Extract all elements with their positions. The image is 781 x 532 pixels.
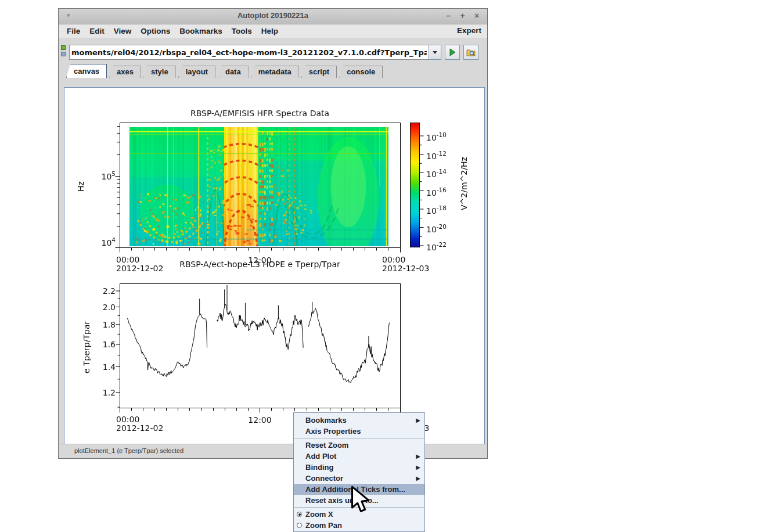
content-area: RBSP-A/EMFISIS HFR Spectra Data Hz 10510…	[59, 78, 487, 444]
menu-item-label: Add Plot	[305, 452, 336, 461]
menu-item-label: Reset Zoom	[305, 441, 348, 450]
menu-separator	[294, 438, 424, 438]
tab-canvas[interactable]: canvas	[66, 64, 107, 78]
menu-bar: FileEditViewOptionsBookmarksToolsHelp Ex…	[59, 24, 487, 38]
menu-item-reset-axis-units-to[interactable]: Reset axis units to...	[294, 495, 424, 506]
autoplot-window: ▾ Autoplot 20190221a – + × FileEditViewO…	[58, 8, 488, 459]
colorbar-unit-label: V^2/m^2/Hz	[458, 148, 470, 220]
tab-axes[interactable]: axes	[109, 66, 141, 78]
menu-item-bookmarks[interactable]: Bookmarks▶	[294, 415, 424, 426]
folder-search-icon	[466, 48, 476, 57]
menubar-item-options[interactable]: Options	[136, 27, 175, 35]
tab-layout[interactable]: layout	[178, 66, 215, 78]
menu-item-label: Axis Properties	[305, 427, 361, 436]
submenu-arrow-icon: ▶	[416, 415, 420, 426]
plot2-ytick-label: 1.4	[81, 362, 116, 372]
submenu-arrow-icon: ▶	[416, 462, 420, 473]
play-icon	[448, 48, 456, 56]
submenu-arrow-icon: ▶	[416, 473, 420, 484]
tab-console[interactable]: console	[339, 66, 383, 78]
menu-item-zoom-x[interactable]: Zoom X	[294, 509, 424, 520]
colorbar-tick-label: 10-22	[426, 241, 447, 252]
close-button[interactable]: ×	[471, 11, 483, 20]
menu-item-label: Add Additional Ticks from...	[305, 485, 405, 494]
menu-item-label: Reset axis units to...	[305, 496, 379, 505]
radio-icon	[297, 523, 302, 528]
radio-selected-icon	[297, 512, 302, 517]
menubar-item-edit[interactable]: Edit	[85, 27, 109, 35]
desktop: ▾ Autoplot 20190221a – + × FileEditViewO…	[0, 0, 781, 532]
menu-item-connector[interactable]: Connector▶	[294, 473, 424, 484]
menubar-item-bookmarks[interactable]: Bookmarks	[175, 27, 227, 35]
tab-style[interactable]: style	[143, 66, 176, 78]
menu-item-label: Bookmarks	[305, 416, 347, 425]
minimize-button[interactable]: –	[442, 11, 454, 20]
plot1-ytick-label: 104	[81, 236, 116, 247]
plot2-title: RBSP-A/ect-hope-L3 HOPE e Tperp/Tpar	[120, 260, 400, 269]
menu-item-label: Binding	[305, 463, 333, 472]
plot1-title: RBSP-A/EMFISIS HFR Spectra Data	[120, 109, 400, 118]
plot2-ytick-label: 1.2	[81, 388, 116, 397]
plot2-ytick-label: 1.8	[81, 320, 116, 329]
menu-item-label: Zoom Pan	[305, 521, 342, 530]
menu-item-add-plot[interactable]: Add Plot▶	[294, 451, 424, 462]
context-menu: Bookmarks▶Axis PropertiesReset ZoomAdd P…	[293, 412, 425, 532]
plot2-ytick-label: 2.0	[81, 303, 116, 312]
menubar-item-view[interactable]: View	[109, 27, 136, 35]
tab-bar: canvasaxesstylelayoutdatametadatascriptc…	[59, 64, 487, 78]
plot1-ytick-label: 105	[81, 170, 116, 181]
tab-script[interactable]: script	[301, 66, 337, 78]
menubar-item-file[interactable]: File	[62, 27, 85, 35]
maximize-button[interactable]: +	[457, 11, 469, 20]
plot-canvas-panel[interactable]: RBSP-A/EMFISIS HFR Spectra Data Hz 10510…	[64, 87, 485, 453]
go-plot-button[interactable]	[445, 45, 460, 60]
menu-item-label: Zoom X	[305, 510, 333, 519]
plot2-ytick-label: 1.6	[81, 340, 116, 349]
colorbar-tick-label: 10-12	[426, 150, 447, 161]
menubar-item-help[interactable]: Help	[257, 27, 283, 35]
menu-item-axis-properties[interactable]: Axis Properties	[294, 426, 424, 437]
menu-item-reset-zoom[interactable]: Reset Zoom	[294, 440, 424, 451]
menubar-item-tools[interactable]: Tools	[227, 27, 257, 35]
open-file-button[interactable]	[463, 45, 478, 60]
menu-item-label: Connector	[305, 474, 343, 483]
menu-separator	[294, 507, 424, 508]
uri-combobox	[69, 45, 441, 60]
datasource-status-leds	[61, 45, 67, 58]
expert-mode-label[interactable]: Expert	[457, 26, 481, 35]
tab-data[interactable]: data	[218, 66, 249, 78]
menu-item-binding[interactable]: Binding▶	[294, 462, 424, 473]
status-text: plotElement_1 (e Tperp/Tpar) selected	[74, 447, 183, 454]
colorbar-tick-label: 10-18	[426, 204, 447, 215]
submenu-arrow-icon: ▶	[416, 451, 420, 462]
menu-item-add-additional-ticks-from[interactable]: Add Additional Ticks from...	[294, 484, 424, 495]
window-title: Autoplot 20190221a	[59, 11, 487, 20]
tab-metadata[interactable]: metadata	[251, 66, 299, 78]
uri-input[interactable]	[69, 45, 429, 60]
colorbar-tick-label: 10-20	[426, 223, 447, 234]
titlebar[interactable]: ▾ Autoplot 20190221a – + ×	[59, 9, 487, 24]
plot2-ytick-label: 2.2	[81, 286, 116, 296]
blue-led-icon	[61, 52, 66, 56]
chevron-down-icon	[433, 51, 437, 54]
uri-dropdown-button[interactable]	[429, 45, 441, 60]
menu-item-zoom-pan[interactable]: Zoom Pan	[294, 520, 424, 531]
colorbar-tick-label: 10-14	[426, 168, 447, 179]
green-led-icon	[61, 45, 66, 50]
colorbar-tick-label: 10-16	[426, 186, 447, 197]
colorbar-tick-label: 10-10	[426, 131, 447, 142]
